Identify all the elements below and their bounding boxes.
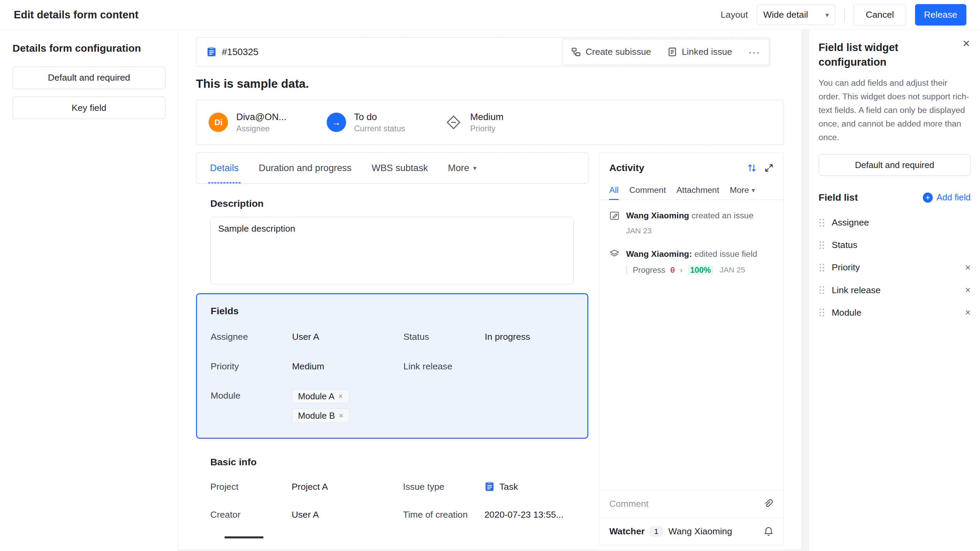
field-value: 2020-07-23 13:55... — [484, 508, 574, 521]
comment-input[interactable]: Comment — [599, 490, 784, 517]
release-button[interactable]: Release — [915, 4, 966, 25]
description-input[interactable]: Sample description — [210, 217, 574, 285]
assignee-label: Assignee — [236, 124, 286, 133]
module-tags: Module A × Module B × — [292, 389, 403, 423]
cancel-button[interactable]: Cancel — [854, 4, 906, 25]
assignee-value: Diva@ON... — [236, 111, 286, 122]
activity-tab-comment[interactable]: Comment — [629, 181, 666, 199]
assignee-summary[interactable]: Di Diva@ON... Assignee — [208, 111, 286, 133]
drag-handle-icon[interactable] — [819, 263, 825, 272]
tab-wbs-subtask[interactable]: WBS subtask — [372, 153, 428, 183]
watcher-count-badge: 1 — [649, 526, 663, 537]
status-value: To do — [354, 111, 405, 122]
key-field-button[interactable]: Key field — [13, 97, 166, 119]
remove-field-icon[interactable]: × — [965, 307, 970, 318]
default-and-required-button[interactable]: Default and required — [13, 67, 166, 89]
add-field-button[interactable]: + Add field — [923, 192, 971, 202]
topbar: Edit details form content Layout Wide de… — [0, 0, 980, 30]
edit-icon — [609, 210, 620, 235]
activity-date: JAN 25 — [720, 265, 745, 275]
field-list-item-label: Assignee — [832, 218, 970, 228]
issue-header-widget[interactable]: #150325 Create subissue Linked issue ··· — [196, 37, 770, 66]
linked-issue-icon — [667, 47, 677, 57]
changed-field-name: Progress — [633, 265, 666, 275]
activity-action: edited issue field — [692, 249, 757, 259]
widget-panel-title: Field list widget configuration — [819, 40, 944, 70]
layout-select-value: Wide detail — [763, 10, 808, 20]
activity-tabs: All Comment Attachment More ▾ — [599, 181, 784, 200]
linked-issue-button[interactable]: Linked issue — [667, 47, 732, 57]
activity-date: JAN 23 — [626, 226, 774, 235]
default-and-required-button[interactable]: Default and required — [819, 154, 971, 176]
activity-tab-more-label: More — [730, 185, 749, 195]
new-value: 100% — [688, 265, 714, 275]
field-label: Project — [210, 480, 292, 494]
remove-field-icon[interactable]: × — [965, 285, 970, 295]
status-arrow-icon: → — [327, 113, 346, 132]
close-icon[interactable]: × — [963, 37, 970, 50]
field-list-item-assignee[interactable]: Assignee — [819, 211, 971, 233]
field-list-item-link-release[interactable]: Link release × — [819, 279, 971, 301]
more-actions-button[interactable]: ··· — [748, 46, 760, 58]
bell-icon[interactable] — [763, 526, 774, 537]
activity-tab-all[interactable]: All — [609, 181, 619, 199]
layout-select[interactable]: Wide detail ▾ — [757, 5, 836, 25]
activity-tab-more[interactable]: More ▾ — [730, 181, 755, 199]
summary-widget[interactable]: Di Diva@ON... Assignee → To do Current s… — [196, 100, 784, 145]
field-list-title: Field list — [819, 192, 858, 203]
priority-medium-icon — [445, 114, 462, 131]
plus-icon: + — [923, 192, 933, 202]
field-label: Priority — [211, 360, 292, 373]
watcher-name: Wang Xiaoming — [668, 526, 763, 537]
divider — [844, 8, 845, 21]
field-list-item-priority[interactable]: Priority × — [819, 256, 971, 279]
field-list-item-module[interactable]: Module × — [819, 301, 971, 324]
field-label: Time of creation — [403, 508, 484, 521]
sort-icon[interactable] — [747, 163, 757, 173]
module-tag[interactable]: Module B × — [292, 408, 350, 423]
status-summary[interactable]: → To do Current status — [327, 111, 405, 133]
fields-widget-selected[interactable]: Fields Assignee User A Status In progres… — [196, 293, 588, 439]
create-subissue-button[interactable]: Create subissue — [571, 47, 651, 57]
priority-summary[interactable]: Medium Priority — [445, 111, 504, 133]
field-list-item-label: Link release — [832, 285, 958, 295]
field-label: Link release — [404, 360, 485, 373]
activity-feed: Wang Xiaoming created an issue JAN 23 Wa… — [599, 200, 784, 490]
add-field-label: Add field — [937, 192, 970, 202]
issue-title: This is sample data. — [196, 77, 784, 91]
chevron-down-icon: ▾ — [473, 165, 476, 171]
drag-handle-icon[interactable] — [819, 285, 825, 295]
issue-actions-widget: Create subissue Linked issue ··· — [562, 39, 769, 65]
module-tag[interactable]: Module A × — [292, 389, 349, 403]
expand-icon[interactable] — [764, 163, 774, 173]
remove-field-icon[interactable]: × — [965, 262, 970, 273]
tab-duration-progress[interactable]: Duration and progress — [259, 153, 352, 183]
field-value: In progress — [485, 330, 574, 343]
chevron-down-icon: ▾ — [752, 187, 755, 194]
create-subissue-label: Create subissue — [585, 47, 651, 57]
drag-handle-icon[interactable] — [819, 218, 825, 227]
description-section: Description Sample description — [196, 198, 588, 284]
attachment-icon[interactable] — [763, 499, 774, 509]
layers-icon — [609, 248, 620, 275]
basic-info-section: Basic info Project Project A Issue type … — [196, 456, 588, 538]
remove-tag-icon[interactable]: × — [339, 411, 343, 421]
tab-more[interactable]: More ▾ — [448, 153, 476, 183]
page-title: Edit details form content — [14, 9, 138, 21]
field-value: User A — [292, 508, 403, 521]
activity-title: Activity — [609, 162, 644, 173]
activity-tab-attachment[interactable]: Attachment — [676, 181, 719, 199]
old-value: 0 — [670, 265, 675, 275]
field-list-widget-panel: Field list widget configuration × You ca… — [809, 30, 980, 551]
field-value: User A — [292, 330, 403, 343]
edit-details-form-page: Edit details form content Layout Wide de… — [0, 0, 980, 551]
field-change-detail: Progress 0 › 100% JAN 25 — [626, 265, 774, 275]
field-list-item-status[interactable]: Status — [819, 234, 971, 256]
priority-value: Medium — [470, 111, 504, 122]
field-value: Project A — [292, 480, 403, 494]
drag-handle-icon[interactable] — [819, 240, 825, 250]
remove-tag-icon[interactable]: × — [338, 392, 343, 401]
tab-more-label: More — [448, 163, 469, 173]
tab-details[interactable]: Details — [210, 153, 239, 183]
drag-handle-icon[interactable] — [819, 308, 825, 318]
